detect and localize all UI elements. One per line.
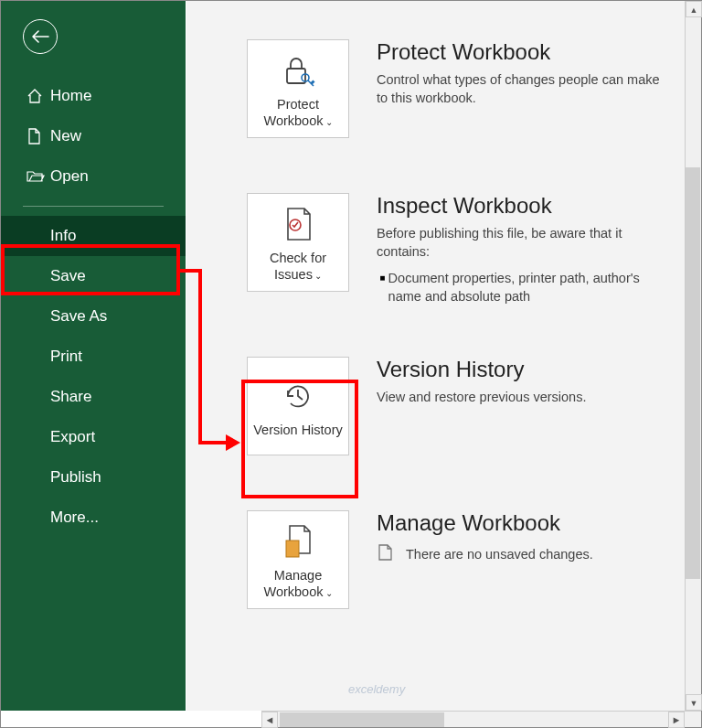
backstage-sidebar: Home New Open Info Save [1, 1, 186, 711]
back-arrow-icon [31, 30, 49, 43]
nav-label: Save As [50, 307, 107, 326]
svg-rect-3 [286, 541, 299, 557]
nav-share[interactable]: Share [1, 377, 186, 417]
lock-key-icon [280, 50, 316, 91]
nav-open[interactable]: Open [1, 156, 186, 197]
nav-info[interactable]: Info [1, 216, 186, 256]
section-protect: Protect Workbook⌄ Protect Workbook Contr… [186, 28, 685, 167]
info-content-pane: Protect Workbook⌄ Protect Workbook Contr… [186, 1, 685, 711]
chevron-down-icon: ⌄ [314, 271, 322, 281]
history-clock-icon [280, 376, 316, 416]
version-desc: View and restore previous versions. [377, 388, 666, 406]
nav-label: Print [50, 348, 82, 366]
nav-more[interactable]: More... [1, 498, 186, 538]
documents-icon [281, 521, 315, 562]
protect-desc: Control what types of changes people can… [377, 70, 666, 108]
nav-label: More... [50, 509, 99, 527]
nav-label: Publish [50, 468, 101, 487]
inspect-title: Inspect Workbook [377, 193, 666, 219]
section-manage: Manage Workbook⌄ Manage Workbook There a… [186, 485, 685, 638]
hscroll-thumb[interactable] [280, 712, 444, 727]
section-inspect: Check for Issues⌄ Inspect Workbook Befor… [186, 167, 685, 335]
nav-label: Home [50, 87, 91, 105]
nav-new[interactable]: New [1, 116, 186, 156]
check-issues-tile[interactable]: Check for Issues⌄ [247, 193, 349, 292]
protect-title: Protect Workbook [377, 39, 666, 65]
nav-publish[interactable]: Publish [1, 457, 186, 498]
nav-export[interactable]: Export [1, 417, 186, 457]
sidebar-divider [23, 206, 164, 207]
tile-label-text: Manage Workbook [263, 568, 323, 599]
nav-label: Info [50, 227, 76, 245]
folder-open-icon [27, 169, 50, 184]
chevron-down-icon: ⌄ [325, 588, 333, 598]
nav-print[interactable]: Print [1, 337, 186, 377]
manage-title: Manage Workbook [377, 510, 666, 536]
scroll-right-button[interactable]: ► [668, 712, 685, 728]
section-version: Version History Version History View and… [186, 335, 685, 485]
document-icon [27, 128, 50, 145]
manage-workbook-tile[interactable]: Manage Workbook⌄ [247, 510, 349, 609]
nav-label: Open [50, 167, 89, 186]
nav-label: Save [50, 267, 86, 285]
horizontal-scrollbar[interactable]: ◄ ► [261, 711, 701, 727]
inspect-bullet: Document properties, printer path, autho… [388, 269, 666, 306]
nav-save[interactable]: Save [1, 256, 186, 296]
bullet-icon: ■ [377, 273, 388, 306]
nav-label: Share [50, 388, 91, 406]
tile-label-text: Protect Workbook [263, 97, 323, 128]
version-history-tile[interactable]: Version History [247, 357, 349, 455]
vscroll-thumb[interactable] [686, 167, 700, 579]
nav-label: New [50, 127, 81, 145]
protect-workbook-tile[interactable]: Protect Workbook⌄ [247, 39, 349, 138]
document-check-icon [281, 204, 315, 244]
manage-desc: There are no unsaved changes. [406, 545, 593, 563]
scroll-down-button[interactable]: ▼ [686, 694, 702, 711]
chevron-down-icon: ⌄ [325, 117, 333, 127]
scroll-left-button[interactable]: ◄ [261, 712, 278, 728]
back-button[interactable] [23, 19, 58, 54]
vertical-scrollbar[interactable]: ▲ ▼ [685, 1, 701, 711]
nav-label: Export [50, 428, 95, 446]
document-small-icon [377, 543, 397, 565]
home-icon [27, 88, 50, 104]
scroll-up-button[interactable]: ▲ [686, 1, 702, 17]
version-title: Version History [377, 357, 666, 382]
inspect-desc: Before publishing this file, be aware th… [377, 224, 666, 262]
tile-label-text: Version History [253, 423, 343, 437]
nav-save-as[interactable]: Save As [1, 296, 186, 337]
nav-home[interactable]: Home [1, 76, 186, 116]
